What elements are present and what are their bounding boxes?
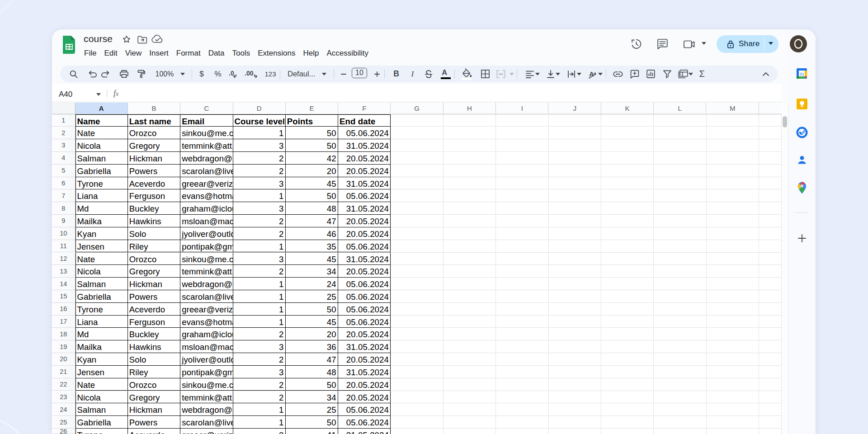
svg-text:31: 31 (799, 71, 804, 76)
svg-text:.0: .0 (229, 70, 234, 77)
svg-text:.00: .00 (245, 70, 254, 77)
